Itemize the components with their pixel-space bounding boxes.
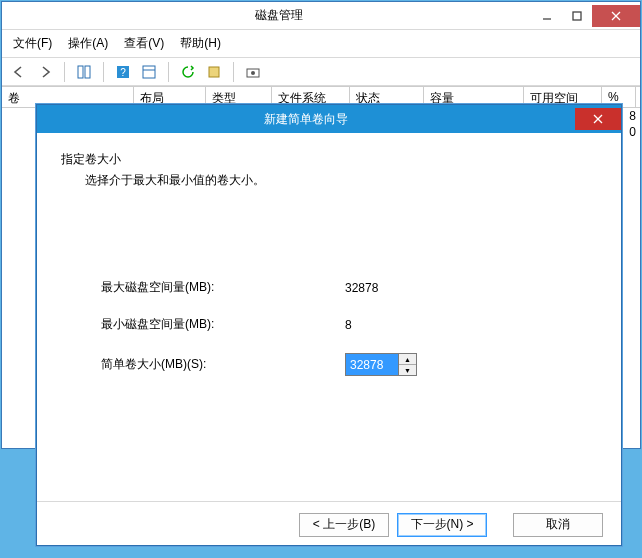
wizard-close-button[interactable]: [575, 108, 621, 130]
wizard-subheading: 选择介于最大和最小值的卷大小。: [61, 172, 597, 189]
max-space-label: 最大磁盘空间量(MB):: [101, 279, 345, 296]
next-button[interactable]: 下一步(N) >: [397, 513, 487, 537]
svg-text:?: ?: [120, 67, 126, 78]
wizard-heading: 指定卷大小: [61, 151, 597, 168]
menu-item[interactable]: 查看(V): [121, 34, 167, 53]
svg-point-12: [251, 71, 255, 75]
menu-item[interactable]: 帮助(H): [177, 34, 224, 53]
max-space-value: 32878: [345, 281, 378, 295]
wizard-footer: < 上一步(B) 下一步(N) > 取消: [37, 501, 621, 547]
size-input[interactable]: [345, 353, 399, 376]
close-button[interactable]: [592, 5, 640, 27]
menu-item[interactable]: 文件(F): [10, 34, 55, 53]
svg-rect-4: [78, 66, 83, 78]
wizard-title: 新建简单卷向导: [37, 111, 575, 128]
partial-row-text: 80: [629, 108, 636, 140]
main-titlebar[interactable]: 磁盘管理: [2, 2, 640, 30]
new-simple-volume-wizard: 新建简单卷向导 指定卷大小 选择介于最大和最小值的卷大小。 最大磁盘空间量(MB…: [36, 104, 622, 546]
menu-item[interactable]: 操作(A): [65, 34, 111, 53]
svg-rect-10: [209, 67, 219, 77]
forward-icon[interactable]: [34, 61, 56, 83]
size-spinner: ▲ ▼: [345, 353, 417, 376]
svg-rect-8: [143, 66, 155, 78]
minimize-button[interactable]: [532, 5, 562, 27]
maximize-button[interactable]: [562, 5, 592, 27]
details-icon[interactable]: [138, 61, 160, 83]
spin-up-button[interactable]: ▲: [399, 354, 416, 365]
refresh-icon[interactable]: [177, 61, 199, 83]
spin-down-button[interactable]: ▼: [399, 365, 416, 375]
menubar: 文件(F)操作(A)查看(V)帮助(H): [2, 30, 640, 58]
help-icon[interactable]: ?: [112, 61, 134, 83]
wizard-titlebar[interactable]: 新建简单卷向导: [37, 105, 621, 133]
view-outline-icon[interactable]: [73, 61, 95, 83]
back-icon[interactable]: [8, 61, 30, 83]
properties-icon[interactable]: [203, 61, 225, 83]
cancel-button[interactable]: 取消: [513, 513, 603, 537]
action-icon[interactable]: [242, 61, 264, 83]
svg-rect-1: [573, 12, 581, 20]
main-title: 磁盘管理: [26, 7, 532, 24]
toolbar: ?: [2, 58, 640, 86]
size-label: 简单卷大小(MB)(S):: [101, 356, 345, 373]
back-button[interactable]: < 上一步(B): [299, 513, 389, 537]
min-space-value: 8: [345, 318, 352, 332]
min-space-label: 最小磁盘空间量(MB):: [101, 316, 345, 333]
svg-rect-5: [85, 66, 90, 78]
